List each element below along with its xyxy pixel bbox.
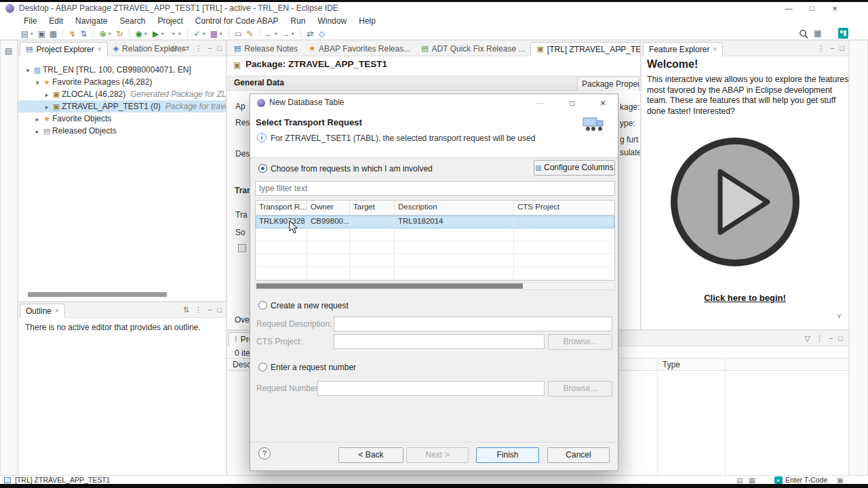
transport-organizer-icon[interactable]: ⇅ bbox=[78, 28, 90, 39]
collapse-all-icon[interactable]: ⊟ bbox=[171, 44, 177, 53]
radio-enter-request-number-label[interactable]: Enter a request number bbox=[271, 363, 356, 372]
expand-arrow-icon[interactable]: ▸ bbox=[33, 113, 41, 125]
play-button[interactable] bbox=[667, 134, 803, 270]
run-icon[interactable]: ▶ bbox=[150, 28, 161, 39]
open-perspective-icon[interactable]: ▦ bbox=[814, 28, 821, 38]
link-with-editor-icon[interactable]: ⇄ bbox=[183, 44, 189, 53]
unit-test-icon[interactable]: ✓ bbox=[191, 28, 203, 39]
dropdown-caret-icon[interactable]: ▾ bbox=[292, 28, 297, 39]
dropdown-caret-icon[interactable]: ▾ bbox=[203, 28, 208, 39]
window-maximize-button[interactable]: □ bbox=[802, 2, 822, 15]
horizontal-scrollbar-thumb[interactable] bbox=[256, 283, 523, 289]
maximize-view-icon[interactable]: □ bbox=[217, 306, 222, 314]
terminal-icon[interactable]: ▭ bbox=[233, 28, 244, 39]
scroll-down-icon[interactable]: ∨ bbox=[837, 312, 842, 319]
maximize-view-icon[interactable]: □ bbox=[838, 334, 843, 343]
close-icon[interactable]: × bbox=[713, 46, 717, 53]
minimize-view-icon[interactable]: − bbox=[208, 306, 212, 314]
new-abap-object-icon[interactable]: ⊕ bbox=[97, 28, 108, 39]
close-icon[interactable]: × bbox=[55, 308, 59, 314]
next-button[interactable]: Next > bbox=[406, 447, 469, 463]
help-button[interactable]: ? bbox=[258, 447, 271, 460]
empty-table-row[interactable] bbox=[256, 228, 614, 241]
tab-package-properties[interactable]: Package Proper bbox=[577, 77, 639, 91]
column-description[interactable]: Description bbox=[395, 201, 514, 215]
filter-icon[interactable]: ▽ bbox=[804, 334, 810, 343]
close-icon[interactable]: × bbox=[98, 46, 102, 53]
expand-arrow-icon[interactable]: ▾ bbox=[24, 64, 32, 77]
restore-view-icon[interactable]: ▤ bbox=[5, 46, 12, 56]
table-horizontal-scrollbar[interactable] bbox=[255, 282, 615, 290]
window-close-button[interactable]: × bbox=[825, 2, 845, 15]
view-menu-icon[interactable]: ⋮ bbox=[195, 44, 202, 53]
view-menu-icon[interactable]: ⋮ bbox=[816, 334, 823, 343]
expand-arrow-icon[interactable]: ▾ bbox=[33, 77, 41, 89]
refresh-icon[interactable]: ↻ bbox=[114, 28, 125, 39]
minimize-view-icon[interactable]: − bbox=[208, 44, 212, 53]
annotate-icon[interactable]: ✎ bbox=[244, 28, 256, 39]
tree-item-ztravel-app-test1[interactable]: ▸▣ZTRAVEL_APP_TEST1 (0)Package for trave… bbox=[18, 100, 226, 113]
debug-icon[interactable]: ◉ bbox=[133, 28, 144, 39]
browse-request-number-button[interactable]: Browse... bbox=[548, 381, 612, 396]
minimize-view-icon[interactable]: − bbox=[829, 334, 833, 343]
maximize-view-icon[interactable]: □ bbox=[217, 44, 222, 53]
tree-item-favorite-packages[interactable]: ▾★Favorite Packages (46,282) bbox=[18, 76, 226, 88]
dropdown-caret-icon[interactable]: ▾ bbox=[144, 28, 150, 39]
coverage-icon[interactable]: ▩ bbox=[208, 28, 220, 39]
dropdown-caret-icon[interactable]: ▾ bbox=[275, 28, 280, 39]
empty-table-row[interactable] bbox=[256, 241, 614, 254]
view-menu-icon[interactable]: ⋮ bbox=[195, 306, 202, 314]
save-all-icon[interactable]: ▦ bbox=[47, 28, 59, 39]
menu-file[interactable]: File bbox=[18, 15, 43, 28]
maximize-view-icon[interactable]: □ bbox=[840, 44, 844, 53]
expand-arrow-icon[interactable]: ▸ bbox=[43, 89, 51, 101]
checkbox[interactable] bbox=[238, 244, 246, 252]
horizontal-scrollbar-thumb[interactable] bbox=[28, 292, 167, 297]
radio-enter-request-number[interactable] bbox=[258, 363, 267, 371]
configure-columns-button[interactable]: ▥ Configure Columns bbox=[534, 160, 615, 176]
view-menu-icon[interactable]: ⋮ bbox=[629, 44, 636, 53]
empty-table-row[interactable] bbox=[256, 267, 614, 280]
menu-project[interactable]: Project bbox=[151, 15, 189, 28]
abap-perspective-icon[interactable] bbox=[838, 28, 848, 39]
dropdown-caret-icon[interactable]: ▾ bbox=[31, 28, 36, 39]
tab-abap-favorites-release[interactable]: ★ ABAP Favorites Releas... bbox=[303, 41, 416, 56]
cts-project-input[interactable] bbox=[334, 334, 545, 349]
activate-icon[interactable]: ↯ bbox=[66, 28, 78, 39]
menu-window[interactable]: Window bbox=[312, 15, 353, 28]
transport-request-row[interactable]: TRLK907328 CB99800... TRL9182014 bbox=[256, 216, 614, 228]
column-transport-request[interactable]: Transport R... bbox=[256, 201, 307, 215]
request-description-input[interactable] bbox=[334, 317, 612, 331]
forward-icon[interactable]: → bbox=[280, 28, 292, 39]
menu-run[interactable]: Run bbox=[285, 15, 312, 28]
minimize-view-icon[interactable]: − bbox=[830, 44, 834, 53]
profile-icon[interactable]: ◔ bbox=[167, 28, 178, 39]
expand-arrow-icon[interactable]: ▸ bbox=[43, 101, 51, 113]
link-with-editor-icon[interactable]: ⇄ bbox=[304, 28, 316, 39]
filter-input[interactable] bbox=[255, 181, 615, 196]
radio-create-request-label[interactable]: Create a new request bbox=[271, 301, 349, 310]
view-menu-icon[interactable]: ⋮ bbox=[817, 44, 825, 53]
menu-help[interactable]: Help bbox=[353, 15, 382, 28]
sort-icon[interactable]: ⇅ bbox=[183, 306, 189, 314]
dropdown-caret-icon[interactable]: ▾ bbox=[108, 28, 114, 39]
tab-outline[interactable]: Outline × bbox=[20, 304, 65, 318]
tab-release-notes[interactable]: ▤ Release Notes bbox=[229, 41, 303, 56]
tree-item-zlocal[interactable]: ▸▣ZLOCAL (46,282)Generated Package for Z… bbox=[18, 88, 226, 100]
finish-button[interactable]: Finish bbox=[476, 447, 539, 463]
tree-item-released-objects[interactable]: ▸▤Released Objects bbox=[18, 125, 226, 137]
dialog-maximize-button[interactable]: □ bbox=[563, 94, 582, 112]
request-number-input[interactable] bbox=[317, 381, 545, 396]
menu-edit[interactable]: Edit bbox=[43, 15, 69, 28]
radio-create-request[interactable] bbox=[258, 301, 267, 310]
save-icon[interactable]: ▣ bbox=[36, 28, 47, 39]
column-target[interactable]: Target bbox=[350, 201, 395, 215]
cancel-button[interactable]: Cancel bbox=[547, 447, 610, 463]
radio-choose-requests[interactable] bbox=[258, 164, 267, 173]
dialog-close-button[interactable]: × bbox=[593, 94, 612, 112]
search-icon[interactable] bbox=[799, 29, 809, 39]
tree-item-favorite-objects[interactable]: ▸★Favorite Objects bbox=[18, 113, 226, 125]
column-owner[interactable]: Owner bbox=[307, 201, 350, 215]
menu-search[interactable]: Search bbox=[113, 15, 151, 28]
empty-table-row[interactable] bbox=[256, 254, 614, 267]
